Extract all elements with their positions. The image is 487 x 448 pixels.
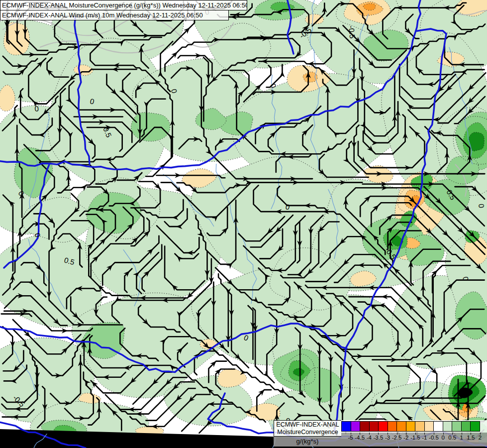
legend-swatch [424,421,434,432]
legend-swatch [470,421,480,432]
legend-tick-label: 0.5 [448,435,456,441]
legend: ECMWF-INDEX-ANAL MoistureConvergence g/(… [274,420,487,447]
svg-text:0: 0 [477,204,486,209]
legend-tick-label: -1.5 [410,435,420,441]
legend-swatch [341,421,351,432]
legend-swatch [433,421,443,432]
legend-tick-label: 1.5 [467,435,475,441]
svg-text:0: 0 [34,104,39,113]
title-wind-10m: ECMWF-INDEX-ANAL Wind (m/s) 10m Wednesda… [0,10,229,20]
legend-tick-row: -5-4.5-4-3.5-3-2.5-2-1.5-1-0.500.511.52 [341,433,487,447]
legend-swatch [369,421,379,432]
legend-swatch [378,421,388,432]
legend-tick-label: -3.5 [373,435,383,441]
legend-swatch [388,421,397,432]
legend-tick-label: -0.5 [429,435,439,441]
legend-swatch [443,421,453,432]
legend-tick-label: -2 [403,435,408,441]
legend-units-label: g/(kg*s) [274,437,341,447]
svg-text:-0.5: -0.5 [347,25,357,39]
weather-map-page: 0-0.5-0.500000.5000.50.5-0.5000-0.500 EC… [0,0,487,448]
legend-swatch [461,421,471,432]
legend-tick-label: -1 [422,435,427,441]
legend-swatch [406,421,416,432]
legend-swatch [360,421,370,432]
legend-swatch [452,421,462,432]
legend-color-scale [341,421,480,432]
legend-tick-label: -4 [367,435,372,441]
legend-tick-label: -4.5 [355,435,365,441]
legend-tick-label: 0 [441,435,444,441]
legend-tick-label: 2 [479,435,482,441]
title-moisture-convergence: ECMWF-INDEX-ANAL MoistureConvergence (g/… [0,0,247,10]
legend-parameter-label: MoistureConvergence [274,429,341,436]
map-svg: 0-0.5-0.500000.5000.50.5-0.5000-0.500 [0,0,487,448]
legend-title-block: ECMWF-INDEX-ANAL MoistureConvergence [274,420,341,437]
legend-tick-label: -2.5 [392,435,402,441]
legend-tick-label: -5 [348,435,353,441]
legend-swatch-strip [341,420,487,433]
legend-swatch [415,421,425,432]
legend-swatch [351,421,361,432]
legend-tick-label: 1 [460,435,463,441]
legend-model-label: ECMWF-INDEX-ANAL [274,421,341,429]
legend-swatch [396,421,406,432]
legend-tick-label: -3 [385,435,390,441]
